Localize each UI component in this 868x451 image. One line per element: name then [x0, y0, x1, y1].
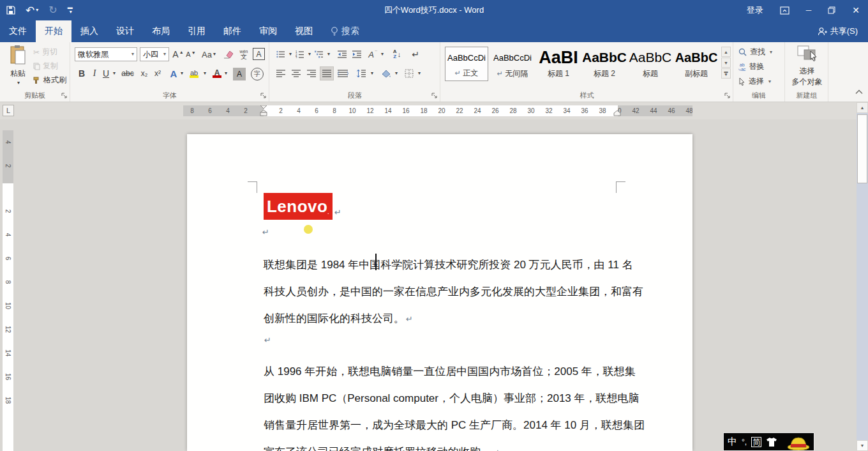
tab-design[interactable]: 设计 [107, 20, 143, 42]
multilevel-list-button[interactable] [313, 47, 325, 61]
styles-dialog-launcher[interactable] [724, 93, 731, 99]
tab-file[interactable]: 文件 [0, 20, 36, 42]
align-left-button[interactable] [274, 66, 288, 80]
ime-punctuation[interactable]: °, [742, 438, 747, 447]
font-size-combo[interactable]: 小四▾ [140, 47, 169, 61]
enclose-characters-button[interactable]: 字 [251, 68, 264, 80]
character-shading-button[interactable]: A [233, 68, 246, 80]
tab-view[interactable]: 视图 [286, 20, 322, 42]
text-line[interactable]: 创新性的国际化的科技公司。↵ [264, 305, 621, 332]
highlight-button[interactable]: ab [187, 66, 201, 80]
select-objects-button[interactable]: 选择 多个对象 [786, 45, 828, 88]
ime-skin-shirt-icon[interactable] [766, 437, 777, 447]
decrease-indent-button[interactable] [336, 47, 348, 61]
tab-layout[interactable]: 布局 [143, 20, 179, 42]
tab-review[interactable]: 审阅 [250, 20, 286, 42]
strikethrough-button[interactable]: abc [119, 66, 136, 80]
character-border-button[interactable]: A [253, 48, 265, 60]
text-line[interactable]: 联想集团是 1984 年中国科学院计算技术研究所投资 20 万元人民币，由 11… [264, 252, 621, 279]
sign-in-button[interactable]: 登录 [738, 0, 772, 20]
text-line[interactable]: 宣布了该公司已经完成对摩托罗拉移动的收购。↵ [264, 439, 621, 451]
borders-button[interactable] [403, 66, 415, 80]
text-line[interactable]: 科技人员创办，是中国的一家在信息产业内多元化发展的大型企业集团，和富有 [264, 279, 621, 305]
ribbon-display-options-button[interactable] [772, 0, 798, 20]
select-button[interactable]: 选择▾ [738, 76, 771, 87]
format-painter-button[interactable]: 格式刷 [33, 75, 66, 86]
align-center-button[interactable] [289, 66, 303, 80]
line-spacing-caret[interactable]: ▾ [368, 66, 375, 80]
grow-font-button[interactable]: A▲ [172, 47, 184, 61]
tab-insert[interactable]: 插入 [71, 20, 107, 42]
line-spacing-button[interactable] [354, 66, 368, 80]
vertical-ruler[interactable]: 42 24681012141618 [3, 119, 13, 451]
styles-more-button[interactable]: ▬▼ [721, 68, 731, 79]
text-line[interactable]: 销售量升居世界第一，成为全球最大的 PC 生产厂商。2014 年 10 月，联想… [264, 412, 621, 439]
borders-caret[interactable]: ▾ [415, 66, 422, 80]
minimize-button[interactable]: ─ [798, 0, 820, 20]
subscript-button[interactable]: x₂ [138, 66, 151, 80]
replace-button[interactable]: ab⤷ac 替换 [738, 61, 764, 72]
ime-charset-simplified[interactable]: 简 [751, 437, 761, 447]
phonetic-guide-button[interactable]: wén 文 [237, 47, 251, 61]
shrink-font-button[interactable]: A▼ [185, 47, 197, 61]
clear-formatting-button[interactable] [221, 47, 236, 61]
style-title[interactable]: AaBbC 标题 [629, 47, 672, 81]
underline-caret[interactable]: ▾ [110, 66, 117, 80]
text-line[interactable]: 从 1996 年开始，联想电脑销量一直位居中国国内市场首位；2005 年，联想集 [264, 358, 621, 385]
scrollbar-thumb[interactable] [857, 114, 867, 183]
restore-button[interactable] [819, 0, 844, 20]
bullets-caret[interactable]: ▾ [287, 47, 293, 61]
style-heading2[interactable]: AaBbC 标题 2 [583, 47, 626, 81]
shading-caret[interactable]: ▾ [393, 66, 399, 80]
style-normal[interactable]: AaBbCcDi ↵ 正文 [445, 47, 488, 81]
cut-button[interactable]: ✂剪切 [33, 47, 57, 57]
horizontal-ruler[interactable]: 8642 2468101214161820222426283032343638 … [183, 105, 692, 116]
ime-status-bar[interactable]: 中 °, 简 [723, 432, 814, 451]
ime-mode-chinese[interactable]: 中 [728, 436, 737, 448]
paragraph-dialog-launcher[interactable] [431, 93, 438, 99]
style-subtitle[interactable]: AaBbC 副标题 [675, 47, 718, 81]
styles-scroll-up-button[interactable]: ▲ [721, 47, 731, 57]
font-color-caret[interactable]: ▾ [222, 66, 228, 80]
font-name-combo[interactable]: 微软雅黑▾ [75, 47, 137, 61]
close-button[interactable]: ✕ [844, 0, 868, 20]
font-dialog-launcher[interactable] [260, 93, 267, 99]
document-page[interactable]: Lenovo. ↵ ↵ 联想集团是 1984 年中国科学院计算技术研究所投资 2… [187, 134, 692, 451]
multilevel-caret[interactable]: ▾ [325, 47, 331, 61]
clipboard-dialog-launcher[interactable] [61, 93, 68, 99]
increase-indent-button[interactable] [350, 47, 363, 61]
right-indent-marker[interactable] [613, 111, 621, 116]
text-line[interactable]: 团收购 IBM PC（Personal computer，个人电脑）事业部；20… [264, 385, 621, 412]
numbering-button[interactable]: 123 [294, 47, 306, 61]
style-heading1[interactable]: AaBI 标题 1 [537, 47, 580, 81]
bold-button[interactable]: B [76, 66, 87, 80]
scroll-up-button[interactable]: ▲ [857, 102, 868, 113]
styles-scroll-down-button[interactable]: ▼ [721, 57, 731, 68]
align-right-button[interactable] [304, 66, 318, 80]
tab-stop-selector[interactable]: L [3, 105, 14, 116]
underline-button[interactable]: U [101, 66, 111, 80]
scroll-down-button[interactable]: ▼ [857, 440, 868, 451]
lenovo-logo[interactable]: Lenovo. [264, 193, 333, 220]
numbering-caret[interactable]: ▾ [306, 47, 312, 61]
font-color-button[interactable]: A [211, 66, 223, 80]
copy-button[interactable]: 复制 [33, 61, 58, 72]
text-effects-caret[interactable]: ▾ [178, 66, 184, 80]
highlight-caret[interactable]: ▾ [201, 66, 207, 80]
find-button[interactable]: 查找▾ [738, 47, 772, 57]
justify-button[interactable] [320, 66, 334, 80]
show-hide-marks-button[interactable]: ↵ [409, 47, 422, 61]
bullets-button[interactable] [275, 47, 287, 61]
paste-button[interactable]: 粘贴 ▾ [4, 45, 32, 95]
tab-home[interactable]: 开始 [36, 20, 71, 42]
tab-mailings[interactable]: 邮件 [214, 20, 250, 42]
superscript-button[interactable]: x² [151, 66, 164, 80]
change-case-button[interactable]: Aa▾ [199, 47, 218, 61]
asian-layout-caret[interactable]: ▾ [378, 47, 385, 61]
style-no-spacing[interactable]: AaBbCcDi ↵ 无间隔 [491, 47, 534, 81]
asian-layout-button[interactable]: Aˊˋ [367, 47, 378, 61]
tell-me-search[interactable]: 搜索 [322, 20, 368, 42]
collapse-ribbon-button[interactable] [855, 89, 864, 96]
vertical-scrollbar[interactable]: ▲ ▼ [857, 102, 868, 451]
indent-markers[interactable] [260, 105, 267, 116]
